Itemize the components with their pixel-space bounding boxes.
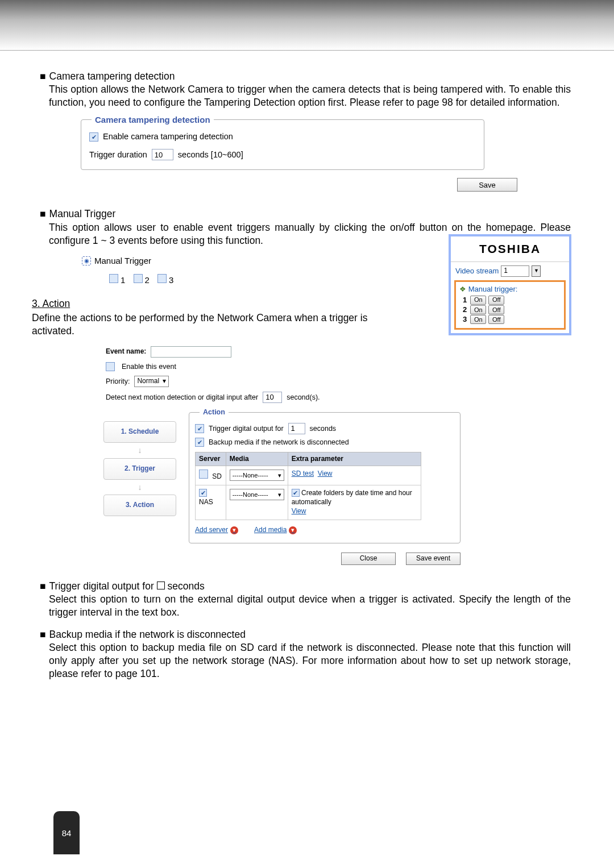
page-number-tab: 84	[53, 811, 80, 854]
th-extra: Extra parameter	[288, 452, 421, 466]
mt3-off[interactable]: Off	[488, 315, 504, 324]
section-title-b: seconds	[165, 580, 205, 592]
action-desc: Define the actions to be performed by th…	[32, 312, 373, 338]
trigger-duration-input[interactable]: 10	[152, 149, 173, 160]
checkbox-enable-tampering[interactable]: ✔	[89, 132, 98, 142]
step-trigger[interactable]: 2. Trigger	[103, 458, 176, 480]
server-media-table: Server Media Extra parameter SD -----Non…	[195, 452, 421, 520]
checkbox-mt3[interactable]	[157, 274, 167, 283]
nas-checkbox[interactable]: ✔	[199, 489, 207, 497]
section-backup-media: ■Backup media if the network is disconne…	[40, 628, 571, 680]
enable-tampering-label: Enable camera tampering detection	[103, 131, 233, 142]
step-action[interactable]: 3. Action	[103, 495, 176, 516]
detect-label-2: second(s).	[287, 393, 320, 402]
trigger-do-suffix: seconds	[310, 424, 337, 434]
enable-event-checkbox[interactable]	[106, 362, 115, 371]
section-title: Camera tampering detection	[49, 70, 175, 82]
manual-trigger-box: ◉ Manual Trigger 1 2 3	[82, 255, 188, 286]
mt2-off[interactable]: Off	[488, 305, 504, 314]
detect-label-1: Detect next motion detection or digital …	[106, 393, 258, 402]
arrow-icon: ↓	[138, 445, 142, 455]
event-config-panel: Event name: Enable this event Priority: …	[106, 346, 460, 565]
close-button[interactable]: Close	[341, 553, 396, 565]
section-title: Manual Trigger	[49, 208, 116, 219]
mt1-off[interactable]: Off	[488, 296, 504, 305]
steps-column: 1. Schedule ↓ 2. Trigger ↓ 3. Action	[106, 421, 174, 543]
step-schedule[interactable]: 1. Schedule	[103, 421, 176, 443]
video-stream-select[interactable]: 1	[501, 265, 529, 277]
add-media-link[interactable]: Add media▾	[254, 526, 297, 535]
create-folders-checkbox[interactable]: ✔	[292, 489, 300, 497]
trigger-duration-suffix: seconds [10~600]	[178, 149, 243, 160]
action-legend: Action	[200, 408, 229, 417]
panel-legend: Camera tampering detection	[92, 114, 214, 126]
sd-test-link[interactable]: SD test	[292, 470, 314, 477]
nas-view-link[interactable]: View	[292, 507, 306, 515]
table-row: ✔ NAS -----None-----▾ ✔ Create folders b…	[196, 485, 421, 520]
sd-checkbox[interactable]	[199, 470, 208, 479]
checkbox-trigger-do[interactable]: ✔	[195, 424, 204, 433]
add-icon: ▾	[289, 526, 297, 534]
manual-trigger-head: Manual trigger:	[468, 285, 518, 293]
sd-view-link[interactable]: View	[318, 470, 333, 477]
section-body: This option allows the Network Camera to…	[49, 83, 571, 109]
checkbox-mt2[interactable]	[134, 274, 143, 283]
section-trigger-do: ■Trigger digital output for seconds Sele…	[40, 580, 571, 619]
checkbox-backup[interactable]: ✔	[195, 438, 204, 447]
trigger-duration-label: Trigger duration	[89, 149, 147, 160]
trigger-do-input[interactable]: 1	[288, 423, 305, 434]
event-name-input[interactable]	[151, 346, 231, 358]
mt2-on[interactable]: On	[470, 305, 486, 314]
radio-manual-trigger[interactable]: ◉	[82, 256, 91, 265]
action-group: Action ✔ Trigger digital output for 1 se…	[189, 412, 460, 543]
section-camera-tampering: ■Camera tampering detection This option …	[40, 70, 571, 109]
priority-select[interactable]: Normal ▾	[134, 376, 169, 387]
backup-label: Backup media if the network is disconnec…	[209, 438, 349, 447]
brand-title: TOSHIBA	[451, 236, 569, 262]
manual-trigger-label: Manual Trigger	[94, 255, 151, 267]
event-name-label: Event name:	[106, 347, 146, 356]
action-heading: 3. Action	[32, 298, 70, 309]
arrow-icon: ↓	[138, 482, 142, 492]
enable-event-label: Enable this event	[122, 362, 176, 372]
video-stream-label: Video stream	[455, 266, 499, 276]
add-icon: ▾	[230, 526, 238, 534]
tampering-detection-panel: Camera tampering detection ✔ Enable came…	[81, 119, 484, 170]
save-event-button[interactable]: Save event	[406, 553, 460, 565]
section-body: Select this option to turn on the extern…	[49, 593, 571, 619]
th-media: Media	[226, 452, 288, 466]
toshiba-preview-panel: TOSHIBA Video stream 1 ▼ ❖ Manual trigge…	[449, 234, 571, 335]
save-button[interactable]: Save	[457, 178, 517, 192]
mt1-on[interactable]: On	[470, 296, 486, 305]
priority-label: Priority:	[106, 377, 130, 387]
header-gradient	[0, 0, 614, 51]
mt3-on[interactable]: On	[470, 315, 486, 324]
section-title: Backup media if the network is disconnec…	[49, 629, 246, 640]
section-body: Select this option to backup media file …	[49, 641, 571, 680]
section-title-a: Trigger digital output for	[49, 580, 157, 592]
th-server: Server	[196, 452, 226, 466]
table-row: SD -----None-----▾ SD test View	[196, 466, 421, 485]
detect-interval-input[interactable]: 10	[263, 392, 282, 403]
add-server-link[interactable]: Add server▾	[195, 526, 238, 535]
manual-trigger-highlight: ❖ Manual trigger: 1 OnOff 2 OnOff 3 OnOf…	[454, 280, 566, 330]
trigger-do-label: Trigger digital output for	[209, 424, 284, 434]
sd-media-select[interactable]: -----None-----▾	[230, 470, 284, 481]
checkbox-mt1[interactable]	[109, 274, 118, 283]
placeholder-box-icon	[157, 582, 165, 589]
nas-media-select[interactable]: -----None-----▾	[230, 489, 284, 500]
dropdown-icon[interactable]: ▼	[532, 265, 541, 277]
